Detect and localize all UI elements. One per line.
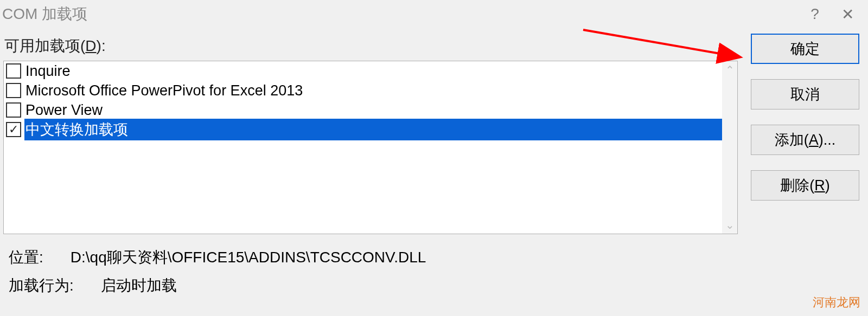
checkbox[interactable] [6,83,21,98]
add-hotkey: A [809,132,819,149]
list-item[interactable]: Power View [4,100,722,120]
add-button[interactable]: 添加(A)... [751,125,859,155]
location-label: 位置: [9,247,43,268]
button-column: 确定 取消 添加(A)... 删除(R) [751,33,859,304]
location-value: D:\qq聊天资料\OFFICE15\ADDINS\TCSCCONV.DLL [71,247,426,268]
close-icon[interactable]: ✕ [831,5,864,23]
watermark: 河南龙网 [813,294,860,311]
list-item[interactable]: Inquire [4,61,722,81]
cancel-button-label: 取消 [790,85,820,104]
behavior-value: 启动时加载 [101,275,177,296]
location-row: 位置: D:\qq聊天资料\OFFICE15\ADDINS\TCSCCONV.D… [9,247,735,268]
checkbox[interactable] [6,122,21,137]
left-panel: 可用加载项(D): Inquire Microsoft Office Power… [3,33,738,304]
listbox-inner: Inquire Microsoft Office PowerPivot for … [4,61,722,234]
ok-button[interactable]: 确定 [751,34,859,64]
list-item[interactable]: 中文转换加载项 [4,120,722,139]
ok-button-label: 确定 [790,39,820,59]
checkbox[interactable] [6,63,21,79]
remove-suffix: ) [825,177,830,194]
list-item-label: Power View [24,102,103,119]
window-title: COM 加载项 [2,4,799,24]
add-prefix: 添加( [775,130,809,150]
add-suffix: )... [819,132,836,149]
list-item-label: Microsoft Office PowerPivot for Excel 20… [24,82,303,99]
remove-prefix: 删除( [780,176,814,195]
list-item-label: Inquire [24,63,71,80]
scroll-up-icon[interactable]: ⌃ [725,63,735,76]
behavior-row: 加载行为: 启动时加载 [9,275,735,296]
label-prefix: 可用加载项( [4,37,85,54]
scrollbar[interactable]: ⌃ ⌄ [722,61,737,234]
list-item[interactable]: Microsoft Office PowerPivot for Excel 20… [4,81,722,100]
addins-listbox[interactable]: Inquire Microsoft Office PowerPivot for … [3,61,738,234]
checkbox[interactable] [6,102,21,118]
label-suffix: ): [97,37,106,54]
cancel-button[interactable]: 取消 [751,79,859,109]
list-item-label: 中文转换加载项 [24,119,722,140]
titlebar: COM 加载项 ? ✕ [0,0,868,28]
dialog-content: 可用加载项(D): Inquire Microsoft Office Power… [0,28,868,304]
behavior-label: 加载行为: [9,275,74,296]
remove-hotkey: R [814,177,825,194]
remove-button[interactable]: 删除(R) [751,170,859,201]
scroll-down-icon[interactable]: ⌄ [725,218,735,231]
help-icon[interactable]: ? [799,5,831,23]
available-addins-label: 可用加载项(D): [4,36,738,56]
label-hotkey: D [85,37,96,54]
addin-info: 位置: D:\qq聊天资料\OFFICE15\ADDINS\TCSCCONV.D… [3,234,738,304]
